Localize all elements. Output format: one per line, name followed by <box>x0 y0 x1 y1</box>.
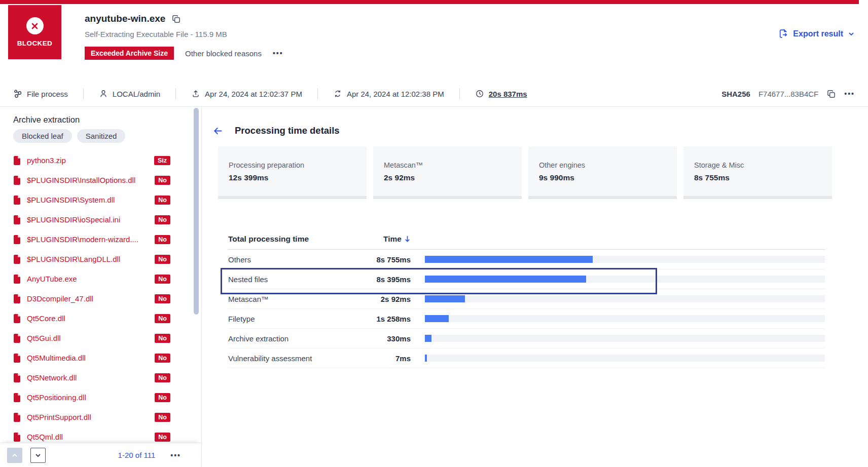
processed-time-item: Apr 24, 2024 at 12:02:38 PM <box>333 89 444 98</box>
summary-card: Other engines 9s 990ms <box>528 146 677 199</box>
row-category-label: Others <box>228 255 370 264</box>
file-description: Self-Extracting Executable File - 115.9 … <box>85 30 283 38</box>
summary-card: Metascan™ 2s 92ms <box>373 146 522 199</box>
card-value: 8s 755ms <box>694 173 832 182</box>
row-time-value: 330ms <box>370 334 411 343</box>
file-name-label: $PLUGINSDIR\ioSpecial.ini <box>27 215 120 224</box>
content-area: Archive extraction Blocked leaf Sanitize… <box>0 106 868 467</box>
more-reasons-button[interactable]: ••• <box>273 49 283 57</box>
process-meta-bar: File process LOCAL/admin Apr 24, 2024 at… <box>0 81 868 106</box>
copy-hash-button[interactable] <box>826 89 836 99</box>
total-duration-link[interactable]: 20s 837ms <box>489 90 527 98</box>
blocked-status-badge: No <box>155 413 170 422</box>
column-time-sort-button[interactable]: Time <box>370 235 411 244</box>
time-bar-fill <box>425 256 593 263</box>
export-icon <box>778 28 788 39</box>
file-list-item[interactable]: $PLUGINSDIR\LangDLL.dll No <box>0 249 201 269</box>
blocked-reason-badge: Exceeded Archive Size <box>85 47 174 60</box>
blocked-status-badge: No <box>155 294 170 303</box>
archive-extraction-sidebar: Archive extraction Blocked leaf Sanitize… <box>0 107 202 467</box>
file-info: anyutube-win.exe Self-Extracting Executa… <box>85 4 283 60</box>
file-list-item[interactable]: D3Dcompiler_47.dll No <box>0 289 201 308</box>
process-type-item: File process <box>13 89 68 98</box>
blocked-status-badge: No <box>155 433 170 442</box>
file-list-item[interactable]: $PLUGINSDIR\modern-wizard.... No <box>0 229 201 249</box>
time-bar-track <box>425 355 825 362</box>
blocked-file-list: python3.zip Siz $PLUGINSDIR\InstallOptio… <box>0 150 201 443</box>
pagination-more-button[interactable]: ••• <box>170 451 181 459</box>
file-list-item[interactable]: Qt5Multimedia.dll No <box>0 348 201 368</box>
export-result-button[interactable]: Export result <box>778 28 855 39</box>
processed-time-label: Apr 24, 2024 at 12:02:38 PM <box>347 90 444 98</box>
blocked-x-circle-icon <box>26 17 44 34</box>
blocked-status-badge: No <box>155 275 170 284</box>
file-list-item[interactable]: $PLUGINSDIR\System.dll No <box>0 190 201 210</box>
file-name-label: Qt5PrintSupport.dll <box>27 413 91 421</box>
file-list-item[interactable]: Qt5PrintSupport.dll No <box>0 407 201 427</box>
file-list-item[interactable]: AnyUTube.exe No <box>0 269 201 289</box>
processing-time-table: Total processing time Time Others 8s 755… <box>228 228 825 368</box>
hash-value: F74677...83B4CF <box>758 90 818 98</box>
filter-pills: Blocked leaf Sanitized <box>13 129 125 143</box>
row-category-label: Archive extraction <box>228 334 370 343</box>
table-row[interactable]: Others 8s 755ms <box>228 250 825 269</box>
copy-filename-button[interactable] <box>171 14 181 24</box>
submitted-time-item: Apr 24, 2024 at 12:02:37 PM <box>191 89 302 98</box>
summary-card: Processing preparation 12s 399ms <box>218 146 367 199</box>
summary-card: Storage & Misc 8s 755ms <box>683 146 832 199</box>
row-category-label: Filetype <box>228 315 370 323</box>
page-up-button[interactable] <box>7 448 22 463</box>
file-name-label: Qt5Qml.dll <box>27 433 63 441</box>
user-icon <box>99 89 108 98</box>
duration-item: 20s 837ms <box>475 89 527 98</box>
file-icon <box>13 294 21 303</box>
table-row[interactable]: Filetype 1s 258ms <box>228 309 825 329</box>
time-bar-track <box>425 256 825 263</box>
divider <box>83 88 84 99</box>
meta-more-button[interactable]: ••• <box>844 90 855 98</box>
time-bar-fill <box>425 355 427 362</box>
file-icon <box>13 215 21 224</box>
file-name-label: Qt5Positioning.dll <box>27 393 86 402</box>
file-list-item[interactable]: Qt5Qml.dll No <box>0 427 201 443</box>
row-time-value: 8s 755ms <box>370 255 411 264</box>
blocked-status-badge: No <box>155 373 170 382</box>
summary-cards: Processing preparation 12s 399ms Metasca… <box>218 146 832 199</box>
time-bar-track <box>425 335 825 342</box>
blocked-status-badge: No <box>155 314 170 323</box>
user-item: LOCAL/admin <box>99 89 160 98</box>
export-label: Export result <box>793 29 843 38</box>
file-icon <box>13 413 21 422</box>
filter-pill[interactable]: Sanitized <box>77 129 126 143</box>
table-row[interactable]: Metascan™ 2s 92ms <box>228 289 825 309</box>
file-list-item[interactable]: python3.zip Siz <box>0 150 201 170</box>
arrow-left-icon <box>213 126 224 136</box>
back-button[interactable] <box>213 126 224 136</box>
file-list-item[interactable]: Qt5Network.dll No <box>0 368 201 387</box>
file-name-label: Qt5Network.dll <box>27 373 77 382</box>
sidebar-scrollbar-thumb[interactable] <box>194 108 199 315</box>
table-row[interactable]: Archive extraction 330ms <box>228 329 825 348</box>
file-list-item[interactable]: Qt5Positioning.dll No <box>0 387 201 407</box>
time-bar-track <box>425 295 825 302</box>
file-icon <box>13 156 21 165</box>
row-time-value: 8s 395ms <box>370 275 411 284</box>
submitted-time-label: Apr 24, 2024 at 12:02:37 PM <box>205 90 302 98</box>
table-row[interactable]: Vulnerability assessment 7ms <box>228 348 825 368</box>
page-down-button[interactable] <box>30 448 46 463</box>
card-value: 9s 990ms <box>539 173 677 182</box>
table-row[interactable]: Nested files 8s 395ms <box>228 269 825 289</box>
status-label: BLOCKED <box>17 40 53 47</box>
file-list-item[interactable]: Qt5Gui.dll No <box>0 328 201 348</box>
file-list-item[interactable]: $PLUGINSDIR\ioSpecial.ini No <box>0 210 201 229</box>
file-list-item[interactable]: $PLUGINSDIR\InstallOptions.dll No <box>0 170 201 190</box>
filter-pill[interactable]: Blocked leaf <box>13 129 72 143</box>
file-list-item[interactable]: Qt5Core.dll No <box>0 308 201 328</box>
divider <box>459 88 460 99</box>
blocked-status-badge: No <box>155 215 170 224</box>
row-category-label: Metascan™ <box>228 295 370 303</box>
column-category-header: Total processing time <box>228 235 370 244</box>
blocked-status-badge: No <box>155 334 170 343</box>
time-bar-fill <box>425 315 449 322</box>
file-name-label: AnyUTube.exe <box>27 275 77 283</box>
